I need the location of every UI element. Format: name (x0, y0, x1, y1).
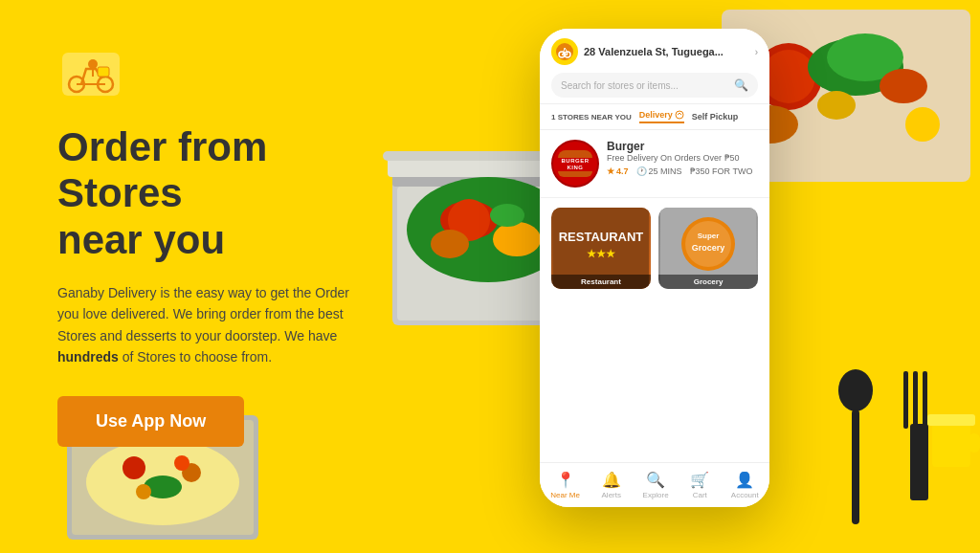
svg-point-15 (493, 222, 541, 256)
cart-icon: 🛒 (690, 471, 709, 489)
svg-rect-24 (923, 371, 927, 429)
svg-rect-23 (913, 371, 918, 429)
explore-icon: 🔍 (646, 471, 665, 489)
store-meta: ★ 4.7 🕐 25 MINS ₱350 FOR TWO (607, 166, 758, 176)
location-arrow-icon: › (755, 47, 758, 57)
search-placeholder-text: Search for stores or items... (561, 80, 734, 91)
search-icon: 🔍 (734, 78, 748, 92)
store-delivery-info: Free Delivery On Orders Over ₱50 (607, 153, 758, 163)
location-text: 28 Valenzuela St, Tuguega... (584, 46, 755, 57)
star-icon: ★ (607, 166, 614, 176)
use-app-now-button[interactable]: Use App Now (57, 396, 244, 447)
app-logo-small (551, 38, 578, 65)
store-time: 🕐 25 MINS (636, 166, 682, 176)
svg-point-8 (905, 107, 940, 142)
svg-point-41 (88, 59, 98, 69)
nav-item-near-me[interactable]: 📍 Near Me (550, 471, 580, 499)
hero-headline: Order from Stores near you (57, 124, 364, 263)
nav-label-account: Account (731, 491, 759, 499)
svg-rect-22 (903, 371, 908, 429)
store-card[interactable]: BURGERKING Burger Free Delivery On Order… (540, 130, 769, 198)
phone-bottom-nav: 📍 Near Me 🔔 Alerts 🔍 Explore 🛒 Cart 👤 (540, 462, 769, 507)
tab-delivery[interactable]: Delivery (639, 110, 684, 123)
category-cards: RESTAURANT ★★★ Restaurant Super Grocery … (540, 198, 769, 299)
hero-section: Order from Stores near you Ganaby Delive… (0, 0, 980, 553)
brand-logo (57, 48, 115, 96)
hero-description: Ganaby Delivery is the easy way to get t… (57, 282, 364, 368)
svg-rect-43 (98, 67, 109, 77)
logo-area (57, 48, 364, 96)
clock-icon: 🕐 (636, 166, 647, 176)
category-card-grocery[interactable]: Super Grocery Grocery (658, 208, 758, 289)
svg-rect-28 (969, 433, 980, 453)
tab-stores-near-you[interactable]: 1 STORES NEAR YOU (551, 113, 632, 122)
svg-text:RESTAURANT: RESTAURANT (559, 230, 644, 244)
category-grocery-label: Grocery (658, 275, 758, 289)
svg-point-2 (762, 50, 815, 103)
svg-rect-21 (852, 409, 859, 524)
phone-search-bar[interactable]: Search for stores or items... 🔍 (551, 73, 758, 98)
phone-mockup: 28 Valenzuela St, Tuguega... › Search fo… (540, 29, 769, 507)
store-info: Burger Free Delivery On Orders Over ₱50 … (607, 140, 758, 176)
svg-text:Super: Super (698, 232, 720, 240)
svg-text:Grocery: Grocery (692, 243, 725, 253)
alerts-icon: 🔔 (602, 471, 621, 489)
svg-point-48 (676, 111, 683, 119)
nav-label-cart: Cart (693, 491, 707, 499)
category-card-restaurant[interactable]: RESTAURANT ★★★ Restaurant (551, 208, 651, 289)
svg-point-7 (880, 69, 927, 103)
nav-label-explore: Explore (643, 491, 669, 499)
svg-point-20 (838, 369, 873, 411)
store-logo: BURGERKING (551, 140, 599, 188)
category-restaurant-label: Restaurant (551, 275, 651, 289)
svg-rect-25 (910, 424, 928, 500)
account-icon: 👤 (735, 471, 754, 489)
nav-item-alerts[interactable]: 🔔 Alerts (602, 471, 621, 499)
phone-tabs: 1 STORES NEAR YOU Delivery Self Pickup (540, 104, 769, 130)
left-content-area: Order from Stores near you Ganaby Delive… (0, 0, 402, 553)
store-name: Burger (607, 140, 758, 153)
svg-point-17 (490, 204, 524, 227)
nav-item-explore[interactable]: 🔍 Explore (643, 471, 669, 499)
svg-point-6 (817, 91, 856, 120)
food-decoration-bottom-right (808, 362, 980, 553)
nav-item-cart[interactable]: 🛒 Cart (690, 471, 709, 499)
svg-point-44 (556, 43, 573, 60)
svg-text:★★★: ★★★ (587, 248, 616, 259)
nav-item-account[interactable]: 👤 Account (731, 471, 759, 499)
store-price: ₱350 FOR TWO (690, 166, 753, 176)
phone-top-bar: 28 Valenzuela St, Tuguega... › Search fo… (540, 29, 769, 104)
location-bar: 28 Valenzuela St, Tuguega... › (551, 38, 758, 65)
svg-rect-27 (927, 414, 975, 426)
tab-self-pickup[interactable]: Self Pickup (692, 112, 739, 122)
svg-point-16 (431, 230, 469, 258)
nav-label-near-me: Near Me (550, 491, 580, 499)
store-rating: ★ 4.7 (607, 166, 629, 176)
nav-label-alerts: Alerts (602, 491, 621, 499)
phone-mockup-container: 28 Valenzuela St, Tuguega... › Search fo… (540, 29, 769, 507)
near-me-icon: 📍 (556, 471, 575, 489)
svg-rect-26 (932, 419, 970, 467)
